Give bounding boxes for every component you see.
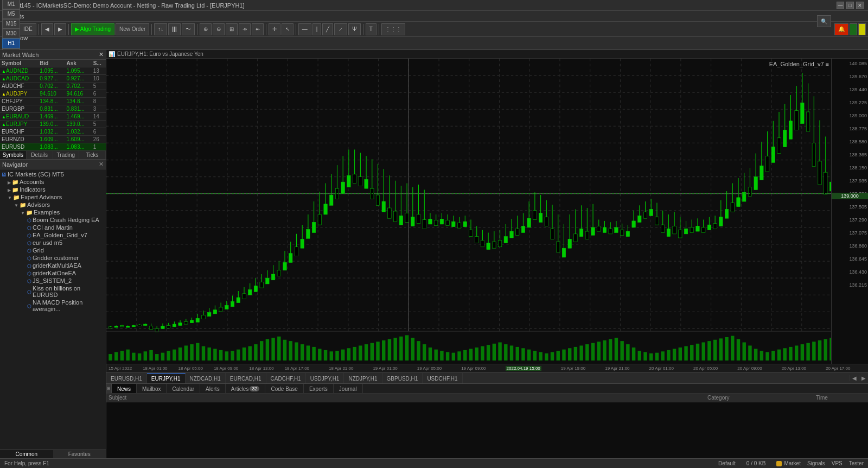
tab-ticks[interactable]: Ticks [79,151,106,159]
tester-label[interactable]: Tester [849,460,864,466]
chart-tab-nzdjpyh1[interactable]: NZDJPY,H1 [344,373,382,383]
nav-item-gridder-customer[interactable]: ⬡Gridder customer [0,254,106,262]
nav-item-ic-markets-(sc)-mt5[interactable]: 🖥IC Markets (SC) MT5 [0,170,106,178]
chart-tab-usdjpyh1[interactable]: USDJPY,H1 [306,373,344,383]
tf-btn-h1[interactable]: H1 [2,39,20,48]
toolbox-tab-mailbox[interactable]: Mailbox [137,384,167,394]
nav-item-griderkatoneea[interactable]: ⬡griderKatOneEA [0,269,106,277]
objects-button[interactable]: ⋮⋮⋮ [381,23,405,35]
nav-item-eur-usd-m5[interactable]: ⬡eur usd m5 [0,239,106,246]
text-button[interactable]: T [366,23,376,35]
market-watch-row-euraud[interactable]: ▲EURAUD 1.469... 1.469... 14 [0,113,106,121]
market-watch-row-eurjpy[interactable]: ▲EURJPY 139.0... 139.0... 5 [0,121,106,128]
market-watch-close[interactable]: ✕ [99,51,104,58]
svg-rect-341 [591,227,595,235]
svg-rect-407 [783,130,787,147]
market-watch-row-eurnzd[interactable]: EURNZD 1.609... 1.609... 26 [0,136,106,143]
nav-item-advisors[interactable]: ▼📁Advisors [0,201,106,208]
market-label[interactable]: Market [784,460,801,466]
maximize-button[interactable]: □ [846,2,854,9]
nav-item-griderkatmultiaea[interactable]: ⬡griderKatMultiAEA [0,262,106,269]
col-symbol: Symbol [0,60,38,67]
chart-tab-prev[interactable]: ◀ [850,375,859,381]
fib-button[interactable]: Ψ [348,23,360,35]
crosshair-button[interactable]: ✛ [269,23,280,35]
ide-button[interactable]: IDE [20,23,36,35]
current-price-label: 139.000 [832,193,868,199]
market-watch-row-eurusd[interactable]: EURUSD 1.083... 1.083... 1 [0,143,106,151]
chart-tab-usdchfh1[interactable]: USDCHF,H1 [423,373,462,383]
toolbox-tab-alerts[interactable]: Alerts [200,384,226,394]
chart-type-button[interactable]: ↑↓ [154,23,167,35]
market-watch-row-eurgbp[interactable]: EURGBP 0.831... 0.831... 3 [0,105,106,113]
chart-tab-eurcadh1[interactable]: EURCAD,H1 [226,373,266,383]
chart-tab-eurusdh1[interactable]: EURUSD,H1 [106,373,147,383]
nav-item-boom-crash-hedging-ea[interactable]: ⬡Boom Crash Hedging EA [0,216,106,224]
nav-item-grid[interactable]: ⬡Grid [0,246,106,254]
nav-item-js_sistem_2[interactable]: ⬡JS_SISTEM_2 [0,277,106,284]
chart-tab-next[interactable]: ▶ [859,375,868,381]
nav-item-examples[interactable]: ▼📁Examples [0,208,106,216]
price-label-2: 139.440 [849,87,867,92]
market-watch-row-audchf[interactable]: AUDCHF 0.702... 0.702... 5 [0,83,106,90]
chart-shift-button[interactable]: ⊞ [226,23,238,35]
nav-item-cci-and-martin[interactable]: ⬡CCI and Martin [0,224,106,231]
toolbox-tab-calendar[interactable]: Calendar [167,384,200,394]
market-watch-row-audjpy[interactable]: ▲AUDJPY 94.610 94.616 6 [0,90,106,98]
toolbox-tab-code base[interactable]: Code Base [265,384,303,394]
nav-item-kiss-on-billions-on-eurusd[interactable]: ⬡Kiss on billions on EURUSD [0,284,106,299]
svg-rect-227 [260,282,263,288]
close-button[interactable]: ✕ [856,2,864,9]
nav-item-ea_golden_grid_v7[interactable]: ⬡EA_Golden_Grid_v7 [0,231,106,239]
vline-button[interactable]: | [312,23,322,35]
chart-tab-nzdcadh1[interactable]: NZDCAD,H1 [186,373,226,383]
tf-btn-m1[interactable]: M1 [2,0,20,9]
search-button[interactable]: 🔍 [817,15,831,27]
zoom-in-button[interactable]: ⊕ [200,23,212,35]
toolbox-toggle[interactable]: ⊞ [106,384,112,393]
tab-symbols[interactable]: Symbols [0,151,27,159]
market-watch-row-audcad[interactable]: ▲AUDCAD 0.927... 0.927... 10 [0,75,106,83]
toolbox-tab-articles[interactable]: Articles 32 [226,384,266,394]
tf-btn-m30[interactable]: M30 [2,29,20,39]
toolbox-tab-journal[interactable]: Journal [334,384,363,394]
market-watch-row-audnzd[interactable]: ▲AUDNZD 1.095... 1.095... 13 [0,67,106,75]
nav-tab-common[interactable]: Common [0,450,53,458]
vps-label[interactable]: VPS [832,460,843,466]
tf-btn-m5[interactable]: M5 [2,9,20,19]
trendline-button[interactable]: ╱ [322,23,333,35]
nav-item-na-macd-position-averagin...[interactable]: ⬡NA MACD Position averagin... [0,299,106,313]
algo-trading-button[interactable]: ▶ Algo Trading [71,23,114,35]
alerts-button[interactable]: 🔔 [834,23,848,35]
chart-tab-cadchfh1[interactable]: CADCHF,H1 [266,373,306,383]
nav-item-accounts[interactable]: ▶📁Accounts [0,178,106,186]
tf-btn-m15[interactable]: M15 [2,19,20,29]
channel-button[interactable]: ⟋ [334,23,347,35]
scroll-left-button[interactable]: ↞ [252,23,264,35]
chart-tab-eurjpyh1[interactable]: EURJPY,H1 [147,373,186,383]
tab-trading[interactable]: Trading [53,151,80,159]
chart-tab-gbpusdh1[interactable]: GBPUSD,H1 [382,373,423,383]
navigator-close[interactable]: ✕ [99,161,104,168]
nav-tab-favorites[interactable]: Favorites [53,450,106,458]
line-chart-button[interactable]: 〜 [182,23,195,35]
back-button[interactable]: ◀ [41,23,53,35]
signals-label[interactable]: Signals [807,460,825,466]
bottom-status-items: Market Signals VPS Tester [776,460,864,466]
forward-button[interactable]: ▶ [54,23,66,35]
market-watch-row-eurchf[interactable]: EURCHF 1.032... 1.032... 6 [0,128,106,136]
market-watch-row-chfjpy[interactable]: CHFJPY 134.8... 134.8... 8 [0,98,106,105]
hline-button[interactable]: — [298,23,311,35]
nav-item-indicators[interactable]: ▶📁Indicators [0,186,106,193]
candlestick-button[interactable]: ||| [168,23,180,35]
zoom-out-button[interactable]: ⊖ [213,23,225,35]
minimize-button[interactable]: — [837,2,844,9]
toolbox-tab-experts[interactable]: Experts [304,384,334,394]
select-button[interactable]: ↖ [282,23,293,35]
tab-details[interactable]: Details [27,151,53,159]
toolbox-tab-news[interactable]: News [112,384,137,394]
scroll-right-button[interactable]: ↠ [239,23,251,35]
nav-item-expert-advisors[interactable]: ▼📁Expert Advisors [0,193,106,201]
new-order-button[interactable]: New Order [116,23,149,35]
svg-rect-135 [643,352,647,361]
